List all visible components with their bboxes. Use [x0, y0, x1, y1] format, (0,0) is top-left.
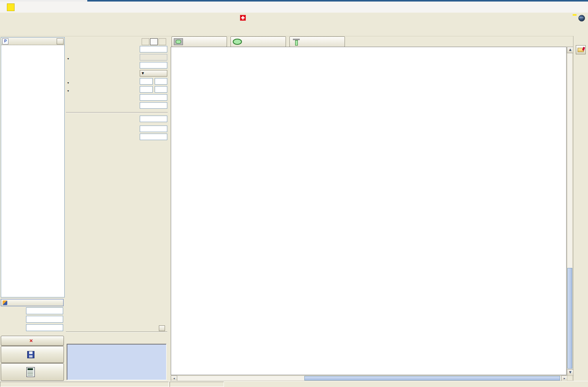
horizontal-scroll-thumb[interactable] [304, 376, 560, 380]
results-panel [66, 325, 167, 381]
position-icon [3, 300, 7, 305]
level-2-button[interactable] [150, 38, 158, 45]
berechnen-button[interactable] [1, 363, 64, 381]
stuetzenmass-a-input[interactable] [140, 126, 167, 132]
position-panel: × [0, 299, 64, 381]
betonqualitaet-dropdown[interactable]: ▼ [140, 70, 167, 77]
main-toolbar [0, 23, 588, 36]
form-separator [66, 112, 168, 113]
minimize-button[interactable] [541, 3, 552, 11]
ancotech-logo [573, 14, 577, 16]
benutzerdefiniert-input [140, 54, 167, 60]
chevron-down-icon: ▼ [142, 72, 144, 75]
close-button[interactable] [573, 3, 585, 11]
project-icon: P [2, 38, 8, 44]
cursor-coordinates [170, 382, 224, 387]
maximize-button[interactable] [557, 3, 568, 11]
bewehrung-x-label[interactable]: ▾ [67, 80, 70, 85]
paint-tools-icon [578, 48, 584, 52]
vertical-scroll-thumb[interactable] [567, 268, 572, 369]
nutzlast-input[interactable] [140, 62, 167, 69]
title-bar [0, 2, 588, 13]
position-input[interactable] [26, 307, 63, 314]
innenstuetze-select[interactable] [172, 36, 227, 47]
level-1-button[interactable] [142, 38, 149, 45]
application-window: P ▾ ▼ ▾ ▾ [0, 0, 588, 387]
collapse-panel-button[interactable] [57, 38, 64, 44]
menu-bar [0, 13, 588, 23]
scrollbar-corner [567, 376, 573, 381]
status-message [0, 382, 169, 387]
app-logo-icon [7, 3, 15, 11]
project-tree-header: P [1, 38, 64, 45]
position-loeschen-button[interactable]: × [1, 336, 64, 346]
bewehrung-x-diameter-input[interactable] [140, 78, 153, 85]
project-tree-items [1, 45, 64, 46]
anz-stuetzen-input[interactable] [26, 324, 63, 331]
position-speichern-button[interactable] [1, 346, 64, 363]
bewehrung-x-spacing-input[interactable] [155, 78, 167, 85]
result-box [67, 344, 167, 380]
durchstanzlast-input[interactable] [140, 46, 167, 52]
side-toolbar [573, 36, 588, 381]
drawing-canvas[interactable] [171, 47, 567, 375]
inner-column-icon [174, 38, 183, 45]
level-3-button[interactable] [158, 38, 166, 45]
flat-slab-icon [293, 39, 300, 45]
status-bar [0, 381, 588, 387]
kundenpos-input[interactable] [26, 316, 63, 323]
plattenstaerke-input[interactable] [140, 116, 167, 122]
benutzerdefiniert-label[interactable]: ▾ [67, 56, 70, 61]
floppy-disk-icon [27, 351, 34, 358]
flachdecke-select[interactable] [289, 36, 345, 47]
bewehrung-y-diameter-input[interactable] [140, 86, 153, 93]
swiss-flag-icon [240, 15, 246, 21]
drawing-tools-button[interactable] [576, 45, 586, 54]
spannweite-lx-input[interactable] [140, 94, 167, 101]
oval-column-icon [233, 39, 242, 45]
results-checkbox[interactable] [159, 325, 165, 331]
position-panel-header [1, 299, 64, 306]
results-separator [66, 331, 167, 332]
ovalstuetze-select[interactable] [230, 36, 286, 47]
project-tree-panel: P [1, 37, 65, 297]
delete-x-icon: × [29, 339, 33, 343]
spannweite-ly-input[interactable] [140, 102, 167, 109]
bewehrung-y-label[interactable]: ▾ [67, 88, 70, 93]
calculator-icon [26, 367, 35, 377]
scroll-down-button[interactable]: ▼ [567, 369, 573, 376]
scroll-up-button[interactable]: ▲ [567, 47, 573, 53]
globe-icon[interactable] [578, 15, 585, 21]
input-form-panel: ▾ ▼ ▾ ▾ [65, 36, 168, 300]
bewehrung-y-spacing-input[interactable] [155, 86, 167, 93]
stuetzenmass-b-input[interactable] [140, 134, 167, 140]
